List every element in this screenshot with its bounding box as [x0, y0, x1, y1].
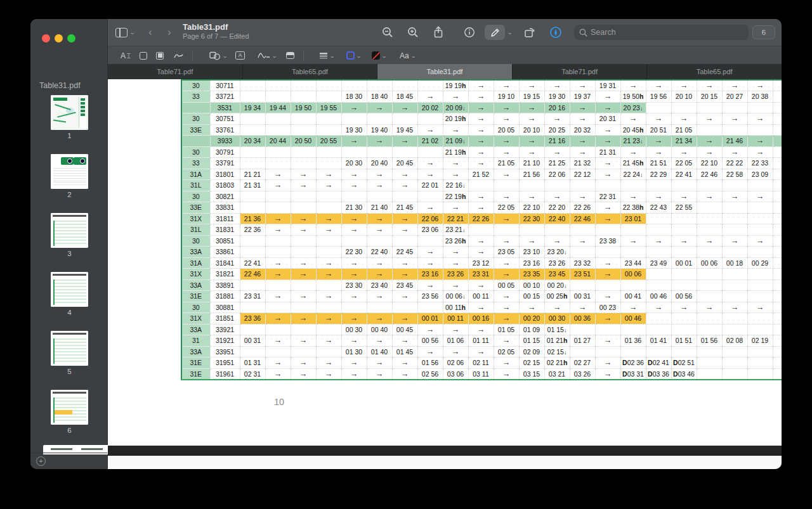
- time-cell: [341, 146, 367, 158]
- time-cell: [316, 91, 341, 103]
- time-cell: 23 35: [519, 269, 544, 280]
- shapes-tool[interactable]: ⌄: [209, 46, 228, 65]
- time-cell: →: [265, 257, 291, 269]
- text-style-tool[interactable]: Aa ⌄: [400, 46, 416, 65]
- traffic-lights: [42, 34, 75, 42]
- time-cell: 20 38: [747, 91, 773, 103]
- markup-chevron-icon[interactable]: ⌄: [507, 29, 513, 35]
- time-cell: 23 06: [417, 224, 443, 236]
- time-cell: [367, 80, 392, 91]
- page-badge-button[interactable]: 6: [752, 25, 775, 39]
- timetable-row: 33E3383121 3021 4021 45→→→22 0522 1022 2…: [181, 202, 782, 214]
- time-cell: →: [494, 113, 519, 125]
- time-cell: →: [747, 113, 773, 125]
- route-cell: 31A: [181, 169, 210, 180]
- time-cell: →: [316, 313, 341, 325]
- text-box-tool[interactable]: A: [235, 46, 245, 65]
- time-cell: →: [367, 102, 392, 113]
- tab-table65[interactable]: Table65.pdf: [243, 64, 377, 79]
- time-cell: 00 11h: [443, 302, 468, 313]
- toolbar-divider: [192, 51, 193, 60]
- timetable-row: 31E3196102 31→→→→→→02 5603 0603 11→03 15…: [181, 368, 782, 380]
- minimize-button[interactable]: [55, 34, 63, 42]
- time-cell: [773, 324, 782, 335]
- zoom-in-button[interactable]: [405, 25, 421, 39]
- maximize-button[interactable]: [67, 34, 75, 42]
- markup-button[interactable]: [485, 25, 505, 40]
- sidebar: Table31.pdf 1 2 3 4 5: [30, 19, 108, 469]
- tab-table71-2[interactable]: Table71.pdf: [513, 64, 647, 79]
- time-cell: [291, 346, 316, 358]
- time-cell: →: [468, 247, 494, 258]
- time-cell: →: [291, 213, 316, 224]
- note-tool[interactable]: [286, 46, 294, 65]
- time-cell: →: [570, 302, 595, 313]
- signature-tool[interactable]: ⌄: [258, 46, 277, 65]
- page-thumbnail-3[interactable]: [51, 213, 88, 248]
- time-cell: [240, 80, 265, 91]
- time-cell: 23 49: [646, 257, 671, 269]
- search-field[interactable]: [574, 25, 749, 40]
- time-cell: [697, 224, 722, 236]
- page-thumbnail-5[interactable]: [51, 331, 88, 366]
- zoom-out-button[interactable]: [379, 25, 396, 39]
- tab-table71[interactable]: Table71.pdf: [108, 64, 242, 79]
- fill-color-tool[interactable]: ⌄: [372, 46, 387, 65]
- time-cell: [570, 247, 595, 258]
- sidebar-toggle-button[interactable]: ⌄: [115, 19, 135, 46]
- time-cell: 20 05: [494, 124, 519, 136]
- time-cell: [240, 124, 265, 136]
- tab-table31[interactable]: Table31.pdf: [377, 64, 512, 79]
- info-button[interactable]: [461, 25, 478, 39]
- search-input[interactable]: [591, 28, 717, 37]
- page-thumbnail-1[interactable]: [51, 95, 88, 130]
- time-cell: 00 46: [620, 313, 646, 325]
- page-thumbnail-4[interactable]: [51, 272, 88, 307]
- timetable-row: 33A3389123 3023 4023 45→→→00 0500 1000 2…: [181, 280, 782, 291]
- time-cell: [494, 180, 519, 191]
- page-thumbnail-2[interactable]: [51, 154, 88, 189]
- time-cell: 22 40: [544, 213, 570, 224]
- close-button[interactable]: [42, 34, 50, 42]
- forward-button[interactable]: ›: [167, 19, 171, 46]
- time-cell: 21 52: [468, 169, 494, 180]
- time-cell: →: [773, 146, 782, 158]
- time-cell: 19 19h: [443, 80, 468, 91]
- border-color-tool[interactable]: ⌄: [346, 46, 362, 65]
- time-cell: 20 50: [291, 136, 316, 147]
- time-cell: 20 09↓: [443, 102, 468, 113]
- time-cell: →: [265, 291, 291, 302]
- time-cell: →: [417, 324, 443, 335]
- text-select-tool[interactable]: A⌶: [121, 46, 131, 65]
- time-cell: 20 34: [240, 136, 265, 147]
- rect-select-tool[interactable]: [140, 46, 147, 65]
- time-cell: 19 10: [494, 91, 519, 103]
- time-cell: 22 30: [519, 213, 544, 224]
- time-cell: 00: [773, 257, 782, 269]
- route-cell: 31A: [181, 257, 210, 269]
- time-cell: [722, 358, 747, 369]
- filled-rect-select-tool[interactable]: [156, 46, 164, 65]
- time-cell: →: [646, 113, 671, 125]
- rotate-button[interactable]: [521, 25, 538, 39]
- sketch-tool[interactable]: [174, 46, 184, 65]
- time-cell: [392, 191, 417, 202]
- timetable-row: 303075120 19h→→→→→20 31→→→→→→→: [181, 113, 782, 125]
- time-cell: 22 31: [595, 191, 620, 202]
- time-cell: [240, 280, 265, 291]
- time-cell: [240, 302, 265, 313]
- time-cell: →: [570, 113, 595, 125]
- add-page-icon[interactable]: +: [36, 456, 46, 466]
- time-cell: →: [494, 235, 519, 247]
- timetable-row: 333379120 3020 4020 45→→→21 0521 1021 25…: [181, 158, 782, 169]
- fill-annotate-button[interactable]: [547, 25, 564, 39]
- time-cell: 01 06: [443, 335, 468, 347]
- tab-table65-2[interactable]: Table65.pdf: [647, 64, 782, 79]
- time-cell: 22 41: [240, 257, 265, 269]
- route-cell: 30: [181, 191, 210, 202]
- line-weight-tool[interactable]: ⌄: [319, 46, 335, 65]
- page-thumbnail-6[interactable]: [51, 390, 88, 425]
- time-cell: [265, 91, 291, 103]
- back-button[interactable]: ‹: [148, 19, 152, 46]
- share-button[interactable]: [430, 25, 447, 39]
